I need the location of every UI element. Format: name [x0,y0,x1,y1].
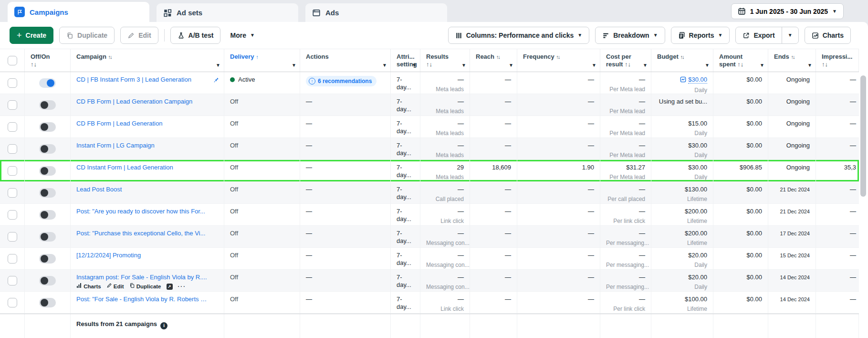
charts-button[interactable]: Charts [805,27,851,44]
delivery-status: Off [230,120,238,127]
tab-ad-sets[interactable]: Ad sets [157,3,298,22]
tab-ads[interactable]: Ads [305,3,447,22]
column-header-offon[interactable]: Off/On↑↓ [25,49,71,72]
column-menu-icon[interactable]: ▼ [412,62,417,69]
breakdown-button[interactable]: Breakdown ▼ [595,27,665,44]
frequency-cell: — [517,138,600,159]
column-header-impressions[interactable]: Impressi...↑↓ [816,49,859,72]
mini-charts-icon [76,283,82,288]
ends-cell: Ongoing [768,160,816,181]
column-menu-icon[interactable]: ▼ [760,62,764,69]
cost-per-result-cell: —Per Meta lead [600,138,651,159]
column-menu-icon[interactable]: ▼ [292,62,296,69]
campaign-toggle[interactable] [39,276,56,285]
row-checkbox[interactable] [8,276,17,285]
row-checkbox[interactable] [8,100,17,110]
column-header-actions[interactable]: Actions▼ [300,49,391,72]
results-type: Call placed [426,195,464,203]
campaigns-panel: + Create Duplicate Edit A/B test More ▼ [0,22,868,338]
ends-cell: 21 Dec 2024 [768,204,816,225]
columns-button[interactable]: Columns: Performance and clicks ▼ [448,27,590,44]
footer-cell [600,314,651,338]
amount-spent-cell: $0.00 [713,248,768,269]
campaign-name-link[interactable]: CD Instant Form | Lead Generation [76,164,209,171]
column-header-budget[interactable]: Budget ↑↓▼ [651,49,713,72]
campaign-toggle[interactable] [39,188,56,198]
campaign-name-link[interactable]: Post: "Are you ready to discover how thi… [76,208,209,215]
info-icon[interactable]: i [160,322,167,329]
recommendations-chip[interactable]: ↑6 recommendations [306,76,376,86]
export-menu-button[interactable]: ▼ [782,27,798,43]
campaign-name-link[interactable]: CD FB Form | Lead Generation [76,120,209,127]
campaign-toggle[interactable] [39,166,56,176]
column-menu-icon[interactable]: ▼ [382,62,387,69]
campaign-name-link[interactable]: Instagram post: For Sale - English Viola… [76,274,209,281]
column-header-amount[interactable]: Amountspent ↑↓▼ [713,49,768,72]
campaign-name-link[interactable]: CD FB Form | Lead Generation Campaign [76,98,209,106]
campaign-name-link[interactable]: Lead Post Boost [76,186,209,193]
duplicate-button[interactable]: Duplicate [59,27,115,44]
campaign-name-link[interactable]: Post: "Purchase this exceptional Cello, … [76,230,209,237]
results-cell: —Link click [420,292,470,313]
more-options-icon[interactable]: ··· [178,283,187,290]
open-in-new-icon[interactable]: ↗ [167,284,173,290]
row-checkbox[interactable] [8,144,17,154]
campaign-toggle[interactable] [39,298,56,307]
column-header-attribution[interactable]: Attri...setting▼ [391,49,420,72]
campaign-name-link[interactable]: CD | FB Instant Form 3 | Lead Generation [76,76,209,84]
campaign-name-link[interactable]: Post: "For Sale - English Viola by R. Ro… [76,296,209,303]
row-checkbox[interactable] [8,232,17,242]
campaign-toggle[interactable] [39,210,56,220]
vertical-scrollbar[interactable] [860,75,866,197]
campaign-name-link[interactable]: [12/12/2024] Promoting [76,252,209,259]
budget-cell: Using ad set bu... [651,94,713,116]
row-checkbox[interactable] [8,122,17,132]
row-edit-button[interactable]: Edit [106,283,124,290]
column-menu-icon[interactable]: ▼ [705,62,710,69]
row-checkbox[interactable] [8,78,17,88]
campaign-toggle[interactable] [39,78,56,88]
row-duplicate-button[interactable]: Duplicate [129,283,161,290]
column-menu-icon[interactable]: ▼ [216,62,220,69]
budget-cell: $30.00Daily [651,160,713,181]
tab-campaigns[interactable]: Campaigns [8,2,149,22]
column-header-campaign[interactable]: Campaign ↑↓▼ [71,49,224,72]
column-menu-icon[interactable]: ▼ [461,62,466,69]
column-menu-icon[interactable]: ▼ [592,62,596,69]
column-menu-icon[interactable]: ▼ [509,62,513,69]
more-button[interactable]: More ▼ [226,27,258,44]
row-checkbox[interactable] [8,188,17,198]
campaign-toggle[interactable] [39,254,56,264]
column-header-ends[interactable]: Ends ↑↓▼ [768,49,816,72]
column-menu-icon[interactable]: ▼ [807,62,812,69]
column-header-reach[interactable]: Reach ↑↓▼ [470,49,517,72]
row-checkbox[interactable] [8,298,17,307]
select-all-checkbox[interactable] [8,56,17,65]
reports-button[interactable]: Reports ▼ [671,27,730,44]
row-charts-button[interactable]: Charts [76,283,101,290]
calendar-icon [738,7,746,15]
row-checkbox[interactable] [8,166,17,176]
budget-value-link[interactable]: $30.00 [688,76,707,84]
table-row: Lead Post BoostOff—7-day...—Call placed—… [0,182,859,204]
row-checkbox[interactable] [8,254,17,264]
column-header-results[interactable]: Results↑↓▼ [420,49,470,72]
campaign-toggle[interactable] [39,100,56,110]
date-range-picker[interactable]: 1 Jun 2025 - 30 Jun 2025 ▼ [731,3,844,19]
row-checkbox[interactable] [8,210,17,220]
column-header-cost[interactable]: Cost perresult ↑↓▼ [600,49,651,72]
actions-cell: — [300,248,391,269]
column-header-delivery[interactable]: Delivery ↑▼ [224,49,300,72]
cost-per-result-cell: —Per call placed [600,182,651,203]
campaign-toggle[interactable] [39,122,56,132]
campaign-toggle[interactable] [39,232,56,242]
frequency-cell: — [517,72,600,94]
ab-test-button[interactable]: A/B test [170,27,221,44]
create-button[interactable]: + Create [10,27,53,44]
campaign-toggle[interactable] [39,144,56,154]
column-menu-icon[interactable]: ▼ [643,62,648,69]
edit-button[interactable]: Edit [120,27,158,44]
column-header-frequency[interactable]: Frequency ↑↓▼ [517,49,600,72]
campaign-name-link[interactable]: Instant Form | LG Campaign [76,142,209,149]
export-button[interactable]: Export [736,27,781,43]
